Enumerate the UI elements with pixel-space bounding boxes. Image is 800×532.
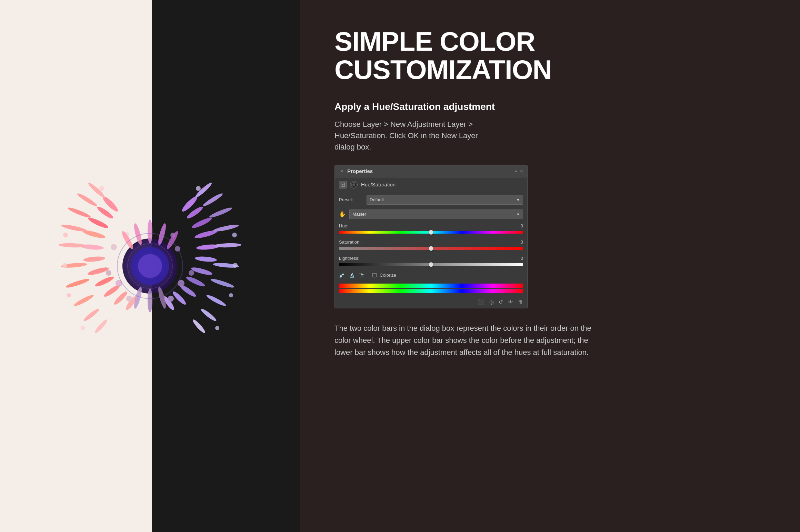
svg-point-58 xyxy=(229,293,233,297)
svg-point-46 xyxy=(213,223,239,233)
svg-point-59 xyxy=(215,326,219,330)
channel-row: ✋ Master ▼ xyxy=(335,207,527,221)
lightness-slider-thumb[interactable] xyxy=(429,262,433,267)
left-panel xyxy=(0,0,300,532)
svg-point-45 xyxy=(214,243,241,248)
panel-expand-icon[interactable]: » xyxy=(514,168,517,174)
svg-point-57 xyxy=(233,263,238,268)
panel-title: Properties xyxy=(347,168,373,174)
svg-point-9 xyxy=(87,266,109,276)
saturation-slider-thumb[interactable] xyxy=(429,246,433,251)
svg-point-70 xyxy=(148,288,152,313)
visibility-icon[interactable]: 👁 xyxy=(508,299,513,305)
svg-point-52 xyxy=(206,294,227,308)
svg-point-8 xyxy=(83,256,106,263)
svg-point-2 xyxy=(138,254,162,278)
preset-chevron-icon: ▼ xyxy=(516,198,520,202)
channel-chevron-icon: ▼ xyxy=(516,212,520,216)
svg-point-22 xyxy=(82,307,100,323)
hue-slider[interactable] xyxy=(339,230,523,235)
svg-point-31 xyxy=(106,270,111,276)
svg-point-17 xyxy=(76,192,98,208)
svg-point-56 xyxy=(232,233,237,237)
lightness-slider-row: Lightness: 0 xyxy=(335,254,527,270)
svg-point-51 xyxy=(210,277,235,289)
svg-point-60 xyxy=(178,280,184,287)
panel-header: × Properties » ≡ xyxy=(335,165,527,177)
svg-point-28 xyxy=(81,326,85,330)
panel-toolbar: ⬛ ◎ ↺ 👁 🗑 xyxy=(335,296,527,308)
saturation-slider[interactable] xyxy=(339,246,523,251)
delete-icon[interactable]: 🗑 xyxy=(518,299,523,305)
lightness-slider[interactable] xyxy=(339,262,523,267)
hue-slider-row: Hue: 0 xyxy=(335,221,527,237)
svg-point-55 xyxy=(196,186,201,191)
colorize-checkbox[interactable] xyxy=(372,273,377,277)
eyedropper-plus-icon[interactable]: 🔬 xyxy=(349,273,355,278)
svg-point-54 xyxy=(191,318,207,335)
preset-label: Preset: xyxy=(339,197,363,202)
svg-point-10 xyxy=(94,275,115,288)
svg-point-5 xyxy=(87,216,109,230)
lightness-label: Lightness: xyxy=(339,256,359,261)
mask-layer-icon[interactable]: ◎ xyxy=(489,299,494,305)
menu-path-choose-layer: Choose Layer > New Adjustment Layer >Hue… xyxy=(334,120,478,151)
svg-point-25 xyxy=(63,233,68,237)
svg-point-53 xyxy=(200,307,218,323)
svg-point-65 xyxy=(148,219,152,244)
preset-value: Default xyxy=(370,197,384,202)
panel-subheader-title: Hue/Saturation xyxy=(361,182,396,187)
section-body: Choose Layer > New Adjustment Layer >Hue… xyxy=(334,119,603,153)
svg-point-14 xyxy=(59,243,86,248)
color-bar-upper xyxy=(339,284,523,288)
svg-point-47 xyxy=(208,206,233,219)
eyedropper-minus-icon[interactable]: 🔭 xyxy=(359,273,365,278)
svg-point-62 xyxy=(189,270,194,276)
preset-select[interactable]: Default ▼ xyxy=(367,195,523,205)
right-panel: SIMPLE COLOR CUSTOMIZATION Apply a Hue/S… xyxy=(300,0,800,532)
hue-value: 0 xyxy=(521,223,523,228)
channel-select[interactable]: Master ▼ xyxy=(349,209,523,219)
svg-point-40 xyxy=(190,266,213,276)
saturation-value: 0 xyxy=(521,239,523,245)
color-bar-lower xyxy=(339,289,523,293)
panel-close-button[interactable]: × xyxy=(339,168,344,174)
svg-point-48 xyxy=(202,192,224,208)
svg-point-29 xyxy=(116,280,122,287)
saturation-label: Saturation: xyxy=(339,239,361,245)
svg-point-27 xyxy=(67,293,71,297)
svg-point-26 xyxy=(62,263,67,268)
panel-menu-icon[interactable]: ≡ xyxy=(520,168,523,174)
lightness-value: 0 xyxy=(521,256,523,261)
color-bars xyxy=(335,281,527,296)
saturation-slider-row: Saturation: 0 xyxy=(335,237,527,254)
svg-point-20 xyxy=(65,277,90,289)
svg-point-61 xyxy=(168,296,174,302)
section-heading: Apply a Hue/Saturation adjustment xyxy=(334,101,766,112)
reset-icon[interactable]: ↺ xyxy=(499,299,503,305)
colorize-label: Colorize xyxy=(380,273,396,278)
bottom-text: The two color bars in the dialog box rep… xyxy=(334,322,603,359)
colorize-row: 💉 🔬 🔭 Colorize xyxy=(335,270,527,281)
page-title: SIMPLE COLOR CUSTOMIZATION xyxy=(334,28,766,84)
hue-label: Hue: xyxy=(339,223,348,228)
layer-icon xyxy=(339,181,347,188)
panel-subheader: Hue/Saturation xyxy=(335,177,527,192)
svg-rect-77 xyxy=(342,184,343,185)
svg-point-21 xyxy=(73,294,94,308)
svg-point-24 xyxy=(99,186,104,191)
hand-icon: ✋ xyxy=(339,211,346,217)
panel-header-left: × Properties xyxy=(339,168,373,174)
eyedropper-icon[interactable]: 💉 xyxy=(339,273,345,278)
svg-point-79 xyxy=(352,183,355,186)
mask-icon xyxy=(350,181,358,188)
hue-slider-thumb[interactable] xyxy=(429,230,433,235)
svg-point-16 xyxy=(67,206,91,219)
svg-point-36 xyxy=(191,216,213,230)
channel-value: Master xyxy=(352,212,366,217)
clip-to-layer-icon[interactable]: ⬛ xyxy=(478,299,484,305)
svg-point-23 xyxy=(93,318,109,335)
svg-point-39 xyxy=(195,256,217,263)
svg-point-41 xyxy=(185,275,206,288)
svg-point-15 xyxy=(61,223,88,233)
